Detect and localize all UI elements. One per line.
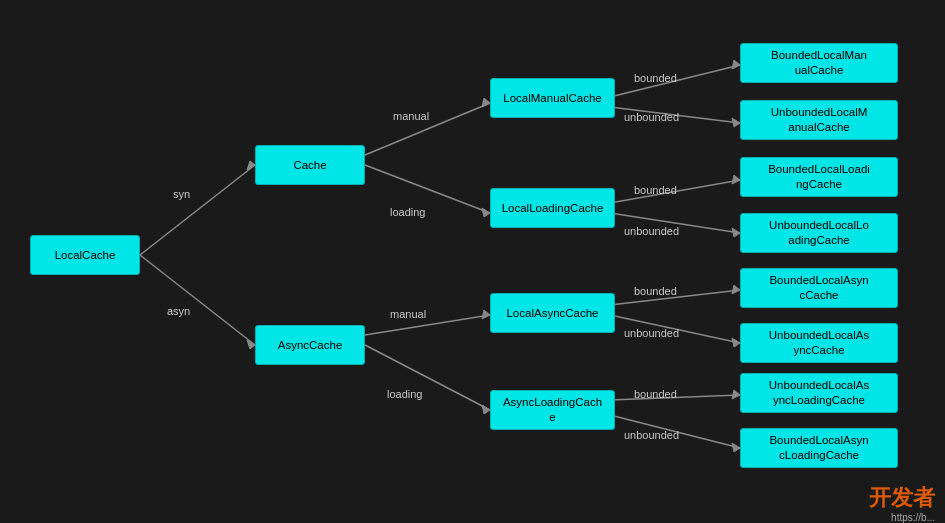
node-bounded-local-async-loading-cache: BoundedLocalAsyncLoadingCache: [740, 428, 898, 468]
svg-line-0: [140, 165, 255, 255]
node-bounded-local-manual-cache: BoundedLocalManualCache: [740, 43, 898, 83]
node-unbounded-local-async-cache: UnboundedLocalAsyncCache: [740, 323, 898, 363]
svg-marker-21: [732, 285, 740, 294]
node-async-cache: AsyncCache: [255, 325, 365, 365]
svg-marker-19: [732, 228, 740, 237]
node-unbounded-local-loading-cache: UnboundedLocalLoadingCache: [740, 213, 898, 253]
label-unbounded1: unbounded: [624, 111, 679, 123]
svg-line-6: [365, 165, 490, 213]
svg-marker-7: [482, 208, 490, 217]
svg-line-10: [365, 345, 490, 410]
node-local-loading-cache: LocalLoadingCache: [490, 188, 615, 228]
watermark-url: https://b...: [891, 512, 935, 523]
label-unbounded2: unbounded: [624, 225, 679, 237]
node-local-async-cache: LocalAsyncCache: [490, 293, 615, 333]
label-manual2: manual: [390, 308, 426, 320]
svg-marker-1: [247, 161, 255, 170]
node-unbounded-local-async-loading-cache: UnboundedLocalAsyncLoadingCache: [740, 373, 898, 413]
svg-line-8: [365, 315, 490, 335]
label-manual1: manual: [393, 110, 429, 122]
label-loading1: loading: [390, 206, 425, 218]
node-cache: Cache: [255, 145, 365, 185]
watermark: 开发者: [869, 483, 935, 513]
label-unbounded4: unbounded: [624, 429, 679, 441]
label-bounded2: bounded: [634, 184, 677, 196]
svg-marker-25: [732, 390, 740, 399]
node-async-loading-cache: AsyncLoadingCache: [490, 390, 615, 430]
svg-marker-9: [482, 310, 490, 319]
label-bounded4: bounded: [634, 388, 677, 400]
node-local-cache: LocalCache: [30, 235, 140, 275]
svg-marker-13: [732, 60, 740, 69]
svg-marker-5: [482, 98, 490, 107]
label-syn: syn: [173, 188, 190, 200]
svg-marker-15: [732, 118, 740, 127]
svg-marker-11: [482, 405, 490, 414]
svg-line-2: [140, 255, 255, 345]
label-bounded3: bounded: [634, 285, 677, 297]
svg-marker-23: [732, 338, 740, 347]
label-unbounded3: unbounded: [624, 327, 679, 339]
diagram: LocalCache Cache AsyncCache LocalManualC…: [0, 0, 945, 523]
node-unbounded-local-manual-cache: UnboundedLocalManualCache: [740, 100, 898, 140]
node-bounded-local-loading-cache: BoundedLocalLoadingCache: [740, 157, 898, 197]
label-loading2: loading: [387, 388, 422, 400]
svg-marker-17: [732, 175, 740, 184]
node-bounded-local-async-cache: BoundedLocalAsyncCache: [740, 268, 898, 308]
label-bounded1: bounded: [634, 72, 677, 84]
svg-marker-27: [732, 443, 740, 452]
node-local-manual-cache: LocalManualCache: [490, 78, 615, 118]
svg-marker-3: [247, 340, 255, 349]
label-asyn: asyn: [167, 305, 190, 317]
